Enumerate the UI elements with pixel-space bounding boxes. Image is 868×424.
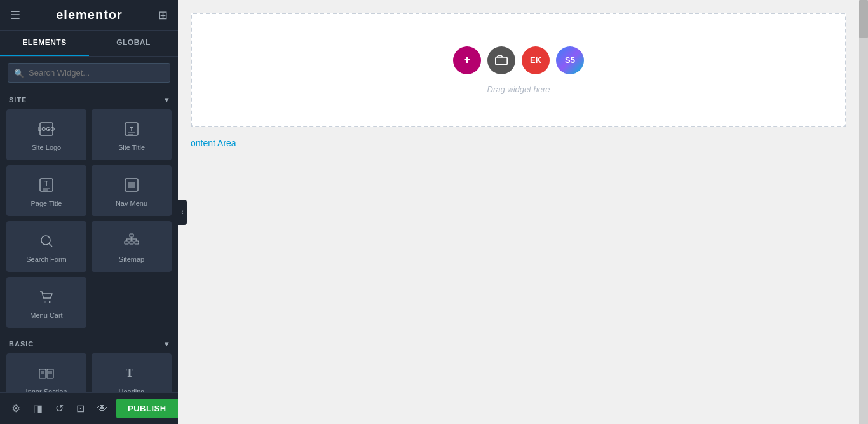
panel-scroll-area: SITE ▾ LOGO Site Logo T bbox=[0, 89, 178, 424]
grid-icon[interactable]: ⊞ bbox=[158, 8, 168, 22]
search-icon: 🔍 bbox=[14, 68, 24, 78]
basic-category-label: BASIC bbox=[9, 340, 34, 348]
svg-point-14 bbox=[41, 236, 50, 245]
nav-menu-icon bbox=[123, 176, 140, 194]
main-canvas: + EK S5 Drag widget here ontent Area bbox=[178, 0, 859, 424]
widget-menu-cart[interactable]: Menu Cart bbox=[6, 277, 86, 328]
svg-point-25 bbox=[44, 301, 46, 303]
site-title-icon: T bbox=[123, 120, 140, 138]
collapse-panel-button[interactable]: ‹ bbox=[178, 200, 187, 225]
content-area: ontent Area bbox=[191, 137, 846, 149]
page-title-label: Page Title bbox=[31, 199, 62, 208]
bottom-bar: ⚙ ◨ ↺ ⊡ 👁 PUBLISH ▲ bbox=[0, 392, 178, 424]
svg-text:T: T bbox=[126, 367, 133, 380]
elementor-logo: elementor bbox=[56, 8, 123, 22]
search-form-icon bbox=[37, 232, 55, 250]
template-library-button[interactable] bbox=[487, 46, 515, 74]
search-form-label: Search Form bbox=[26, 255, 67, 264]
elementor-kit-button[interactable]: EK bbox=[522, 46, 550, 74]
canvas-content: + EK S5 Drag widget here ontent Area bbox=[178, 0, 859, 424]
hamburger-icon[interactable]: ☰ bbox=[10, 8, 20, 22]
widget-site-logo[interactable]: LOGO Site Logo bbox=[6, 109, 86, 160]
nav-menu-label: Nav Menu bbox=[116, 199, 147, 208]
basic-chevron-icon: ▾ bbox=[165, 339, 169, 348]
svg-point-26 bbox=[50, 301, 51, 303]
scrollbar-thumb[interactable] bbox=[859, 0, 868, 38]
page-title-icon: T bbox=[37, 176, 55, 194]
heading-icon: T bbox=[123, 364, 140, 382]
layers-button[interactable]: ◨ bbox=[29, 399, 46, 418]
menu-cart-label: Menu Cart bbox=[30, 311, 62, 320]
widget-search-form[interactable]: Search Form bbox=[6, 221, 86, 272]
right-scrollbar[interactable] bbox=[859, 0, 868, 424]
svg-text:T: T bbox=[44, 180, 48, 187]
svg-rect-17 bbox=[125, 241, 128, 244]
left-panel: ☰ elementor ⊞ ELEMENTS GLOBAL 🔍 SITE ▾ bbox=[0, 0, 178, 424]
publish-button[interactable]: PUBLISH bbox=[116, 399, 178, 418]
search-wrapper: 🔍 bbox=[8, 63, 170, 83]
svg-line-15 bbox=[49, 243, 52, 247]
site-logo-label: Site Logo bbox=[32, 143, 61, 152]
tab-global[interactable]: GLOBAL bbox=[89, 31, 178, 56]
sitemap-icon bbox=[123, 232, 140, 250]
settings-button[interactable]: ⚙ bbox=[8, 399, 24, 418]
menu-cart-icon bbox=[37, 288, 55, 306]
site-widget-grid: LOGO Site Logo T Site Title bbox=[0, 109, 178, 277]
svg-rect-18 bbox=[130, 241, 133, 244]
widget-nav-menu[interactable]: Nav Menu bbox=[92, 165, 172, 216]
site-title-label: Site Title bbox=[118, 143, 145, 152]
responsive-button[interactable]: ⊡ bbox=[72, 399, 88, 418]
site-category-label: SITE bbox=[9, 96, 27, 104]
preview-button[interactable]: 👁 bbox=[93, 399, 111, 418]
widget-page-title[interactable]: T Page Title bbox=[6, 165, 86, 216]
site-chevron-icon: ▾ bbox=[165, 95, 169, 104]
site-category-header[interactable]: SITE ▾ bbox=[0, 89, 178, 109]
inner-section-icon bbox=[37, 364, 55, 382]
basic-category-header[interactable]: BASIC ▾ bbox=[0, 333, 178, 353]
content-area-label: ontent Area bbox=[191, 133, 236, 153]
svg-text:LOGO: LOGO bbox=[38, 126, 55, 132]
search-container: 🔍 bbox=[0, 57, 178, 89]
sitemap-label: Sitemap bbox=[119, 255, 144, 264]
panel-header: ☰ elementor ⊞ bbox=[0, 0, 178, 31]
s5-button[interactable]: S5 bbox=[556, 46, 584, 74]
widget-site-title[interactable]: T Site Title bbox=[92, 109, 172, 160]
add-widget-button[interactable]: + bbox=[453, 46, 481, 74]
site-logo-icon: LOGO bbox=[37, 120, 55, 138]
widget-sitemap[interactable]: Sitemap bbox=[92, 221, 172, 272]
svg-rect-16 bbox=[130, 234, 133, 237]
drop-zone: + EK S5 Drag widget here bbox=[191, 13, 846, 127]
tab-elements[interactable]: ELEMENTS bbox=[0, 31, 89, 56]
panel-tabs: ELEMENTS GLOBAL bbox=[0, 31, 178, 57]
drop-zone-buttons: + EK S5 bbox=[453, 46, 584, 74]
svg-text:T: T bbox=[130, 126, 133, 132]
history-button[interactable]: ↺ bbox=[51, 399, 67, 418]
svg-rect-19 bbox=[135, 241, 139, 244]
search-input[interactable] bbox=[8, 63, 170, 83]
drag-widget-text: Drag widget here bbox=[487, 85, 550, 94]
